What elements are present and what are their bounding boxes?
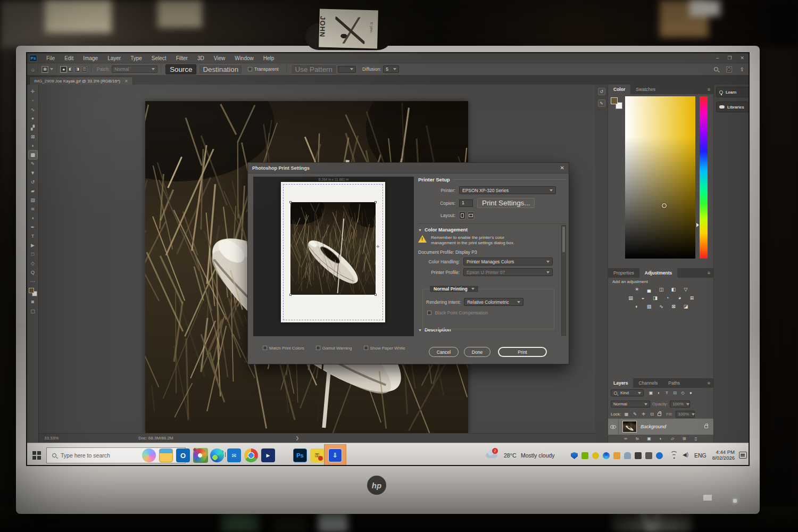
curves-icon[interactable]: ◫ xyxy=(658,286,666,293)
fill-select[interactable]: 100% xyxy=(676,411,695,418)
screen-mode-icon[interactable]: ▢ xyxy=(29,307,37,315)
menu-help[interactable]: Help xyxy=(259,55,279,61)
status-arrow-icon[interactable]: ❯ xyxy=(296,436,300,440)
tray-shield-icon[interactable] xyxy=(571,452,578,459)
layer-name[interactable]: Background xyxy=(641,424,666,429)
exposure-icon[interactable]: ◧ xyxy=(670,286,678,293)
color-panel-swatches[interactable] xyxy=(611,97,622,109)
photo-filter-icon[interactable]: ◔ xyxy=(663,294,671,301)
move-anchor-icon[interactable]: ✥ xyxy=(376,245,379,249)
path-selection-tool-icon[interactable]: ▶ xyxy=(29,241,37,250)
taskbar-app-mail[interactable]: ✉ xyxy=(227,448,241,462)
lock-all-icon[interactable] xyxy=(658,413,661,416)
brush-tool-icon[interactable]: ✎ xyxy=(29,160,37,168)
panel-menu-icon[interactable]: ≡ xyxy=(708,270,710,276)
patch-tool-preset-icon[interactable]: ▩ xyxy=(42,66,48,72)
menu-select[interactable]: Select xyxy=(147,55,171,61)
destination-button[interactable]: Destination xyxy=(198,64,243,74)
brightness-contrast-icon[interactable]: ☀ xyxy=(633,286,641,293)
print-settings-button[interactable]: Print Settings... xyxy=(477,198,535,208)
dialog-scrollbar[interactable] xyxy=(561,225,566,336)
foreground-background-swatches[interactable] xyxy=(29,288,37,296)
tray-usb-icon[interactable] xyxy=(645,452,652,459)
eraser-tool-icon[interactable]: ▰ xyxy=(29,187,37,195)
menu-type[interactable]: Type xyxy=(126,55,147,61)
document-tab[interactable]: IMG_2909 Joe Kayak.jpf @ 33.3% (RGB/16*)… xyxy=(29,77,133,85)
taskbar-app-chrome[interactable] xyxy=(244,448,258,462)
hand-tool-icon[interactable]: ◇ xyxy=(29,259,37,268)
pen-tool-icon[interactable]: ✒ xyxy=(29,223,37,231)
layer-row-background[interactable]: Background xyxy=(608,419,713,435)
diffusion-select[interactable]: 5 xyxy=(383,65,399,73)
weather-text[interactable]: Mostly cloudy xyxy=(521,452,555,459)
print-button[interactable]: Print xyxy=(498,347,547,357)
taskbar-app-keys[interactable]: ⚿ xyxy=(310,448,324,462)
resize-handle[interactable] xyxy=(289,201,292,203)
add-selection-icon[interactable]: ◧ xyxy=(68,66,73,72)
delete-layer-icon[interactable]: ▯ xyxy=(693,436,699,442)
close-button[interactable]: ✕ xyxy=(740,55,744,61)
tray-onedrive-icon[interactable] xyxy=(624,452,631,459)
language-indicator[interactable]: ENG xyxy=(694,452,706,459)
printing-mode-select[interactable]: Normal Printing xyxy=(429,285,479,293)
restore-button[interactable]: ❐ xyxy=(727,55,732,61)
rendering-intent-select[interactable]: Relative Colorimetric xyxy=(464,298,523,306)
menu-file[interactable]: File xyxy=(41,55,60,61)
intersect-selection-icon[interactable]: ◫ xyxy=(81,66,87,72)
layer-visibility-toggle[interactable] xyxy=(608,419,619,435)
printer-select[interactable]: EPSON XP-320 Series xyxy=(459,186,556,194)
tray-mail2-icon[interactable] xyxy=(613,452,620,459)
type-tool-icon[interactable]: T xyxy=(29,232,37,240)
threshold-icon[interactable]: ∿ xyxy=(658,303,666,310)
adjustment-layer-icon[interactable]: ◐ xyxy=(658,436,664,442)
eyedropper-tool-icon[interactable]: ◗ xyxy=(29,142,37,150)
gradient-map-icon[interactable]: ◪ xyxy=(682,303,690,310)
tab-layers[interactable]: Layers xyxy=(608,378,633,388)
lock-transparent-pixels-icon[interactable]: ▦ xyxy=(624,411,629,417)
taskbar-app-outlook[interactable]: O xyxy=(176,448,190,462)
copies-input[interactable]: 1 xyxy=(459,200,473,207)
brush-panel-icon[interactable]: ✎ xyxy=(598,99,605,107)
clock[interactable]: 4:44 PM 8/02/2026 xyxy=(710,449,735,461)
menu-layer[interactable]: Layer xyxy=(103,55,126,61)
paper-preview[interactable]: ✥ xyxy=(281,182,385,322)
filter-pixel-layers-icon[interactable]: ▣ xyxy=(648,390,654,396)
layer-filter-select[interactable]: Kind xyxy=(611,389,644,396)
cancel-button[interactable]: Cancel xyxy=(429,347,459,357)
done-button[interactable]: Done xyxy=(464,347,491,357)
shape-tool-icon[interactable]: □ xyxy=(29,250,37,259)
filter-smart-objects-icon[interactable]: ◇ xyxy=(680,390,686,396)
move-tool-icon[interactable]: ✛ xyxy=(29,87,37,96)
portrait-orientation-icon[interactable] xyxy=(459,212,466,219)
vibrance-icon[interactable]: ▽ xyxy=(682,286,690,293)
menu-window[interactable]: Window xyxy=(230,55,259,61)
new-layer-icon[interactable]: ⊞ xyxy=(681,436,687,442)
weather-temp[interactable]: 28°C xyxy=(504,452,516,459)
history-brush-tool-icon[interactable]: ↺ xyxy=(29,178,37,186)
match-print-colors-checkbox[interactable] xyxy=(263,346,267,350)
invert-icon[interactable]: ◐ xyxy=(633,303,641,310)
share-icon[interactable]: ⇪ xyxy=(740,66,744,72)
tab-close-icon[interactable]: ✕ xyxy=(124,79,128,84)
edit-toolbar-icon[interactable]: ⋯ xyxy=(29,277,37,286)
collapse-chevron-icon[interactable]: ▼ xyxy=(418,328,422,332)
tab-adjustments[interactable]: Adjustments xyxy=(639,268,677,278)
zoom-level[interactable]: 33.33% xyxy=(44,436,59,440)
color-balance-icon[interactable]: ◒ xyxy=(639,294,647,301)
zoom-tool-icon[interactable]: Q xyxy=(29,268,37,277)
notification-center-icon[interactable] xyxy=(739,452,747,459)
link-layers-icon[interactable]: ∞ xyxy=(623,436,629,442)
resize-handle[interactable] xyxy=(375,201,377,203)
volume-icon[interactable]: ◀) xyxy=(683,452,688,458)
color-field-marker[interactable] xyxy=(662,203,667,208)
gamut-warning-checkbox[interactable] xyxy=(316,346,320,350)
gradient-tool-icon[interactable]: ▨ xyxy=(29,196,37,204)
tab-color[interactable]: Color xyxy=(608,85,630,94)
color-handling-select[interactable]: Printer Manages Colors xyxy=(463,257,553,265)
filter-pin-icon[interactable]: ● xyxy=(688,390,694,396)
dialog-title-bar[interactable]: Photoshop Print Settings ✕ xyxy=(248,163,569,173)
tray-nvidia-icon[interactable] xyxy=(581,452,588,459)
taskbar-app-media[interactable]: ▶ xyxy=(261,448,275,462)
hue-saturation-icon[interactable]: ▤ xyxy=(627,294,635,301)
dialog-close-icon[interactable]: ✕ xyxy=(560,165,564,171)
